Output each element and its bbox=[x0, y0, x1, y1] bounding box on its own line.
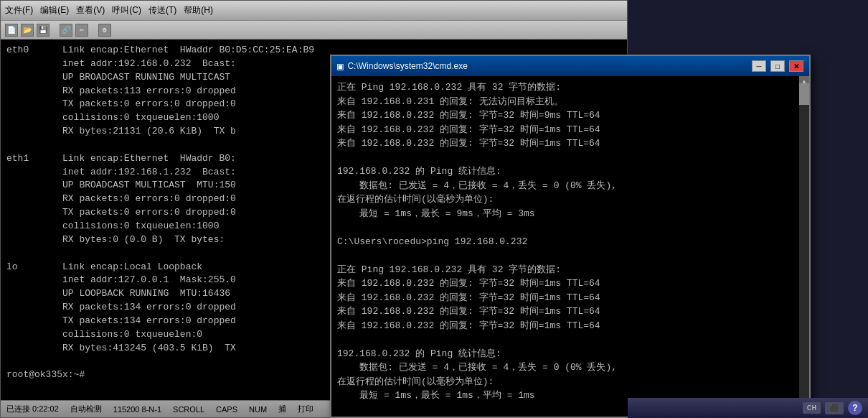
baud-rate-status: 115200 8-N-1 bbox=[113, 405, 161, 414]
tray-help-button[interactable]: ? bbox=[848, 401, 862, 415]
toolbar-settings-icon[interactable]: ⚙ bbox=[98, 24, 111, 37]
close-button[interactable]: ✕ bbox=[789, 60, 803, 72]
toolbar-open-icon[interactable]: 📂 bbox=[21, 24, 34, 37]
menu-help[interactable]: 帮助(H) bbox=[184, 4, 213, 17]
toolbar-new-icon[interactable]: 📄 bbox=[5, 24, 18, 37]
menu-edit[interactable]: 编辑(E) bbox=[40, 4, 69, 17]
linux-toolbar: 📄 📂 💾 🔗 ✂ ⚙ bbox=[1, 21, 627, 40]
cmd-terminal-content: 正在 Ping 192.168.0.232 具有 32 字节的数据: 来自 19… bbox=[331, 76, 809, 417]
cmd-title-bar: ▣ C:\Windows\system32\cmd.exe ─ □ ✕ bbox=[331, 56, 809, 76]
scrollbar-thumb[interactable] bbox=[799, 83, 809, 105]
cmd-window: ▣ C:\Windows\system32\cmd.exe ─ □ ✕ 正在 P… bbox=[330, 55, 811, 418]
scroll-status: SCROLL bbox=[173, 405, 204, 414]
caps-status: CAPS bbox=[216, 405, 237, 414]
linux-title-bar: 文件(F) 编辑(E) 查看(V) 呼叫(C) 传送(T) 帮助(H) bbox=[1, 1, 627, 21]
cmd-scrollbar[interactable]: ▲ ▼ bbox=[799, 76, 809, 417]
minimize-button[interactable]: ─ bbox=[752, 60, 766, 72]
tray-ch-item[interactable]: CH bbox=[803, 402, 821, 414]
maximize-button[interactable]: □ bbox=[770, 60, 785, 72]
print-status: 打印 bbox=[298, 404, 313, 414]
menu-view[interactable]: 查看(V) bbox=[76, 4, 105, 17]
toolbar-connect-icon[interactable]: 🔗 bbox=[60, 24, 72, 37]
menu-file[interactable]: 文件(F) bbox=[5, 4, 33, 17]
toolbar-save-icon[interactable]: 💾 bbox=[37, 24, 49, 37]
menu-transfer[interactable]: 传送(T) bbox=[148, 4, 176, 17]
cmd-icon: ▣ bbox=[337, 60, 343, 73]
system-tray: CH ⬛ ? bbox=[628, 398, 868, 418]
num-status: NUM bbox=[249, 405, 267, 414]
connection-status: 已连接 0:22:02 bbox=[6, 404, 59, 414]
toolbar-disconnect-icon[interactable]: ✂ bbox=[75, 24, 88, 37]
menu-call[interactable]: 呼叫(C) bbox=[112, 4, 141, 17]
tray-icon-item[interactable]: ⬛ bbox=[825, 402, 844, 414]
capture-status: 捕 bbox=[278, 404, 286, 414]
auto-detect-status: 自动检测 bbox=[70, 404, 102, 414]
cmd-title-text: C:\Windows\system32\cmd.exe bbox=[347, 61, 747, 71]
linux-menu-bar[interactable]: 文件(F) 编辑(E) 查看(V) 呼叫(C) 传送(T) 帮助(H) bbox=[5, 4, 213, 17]
